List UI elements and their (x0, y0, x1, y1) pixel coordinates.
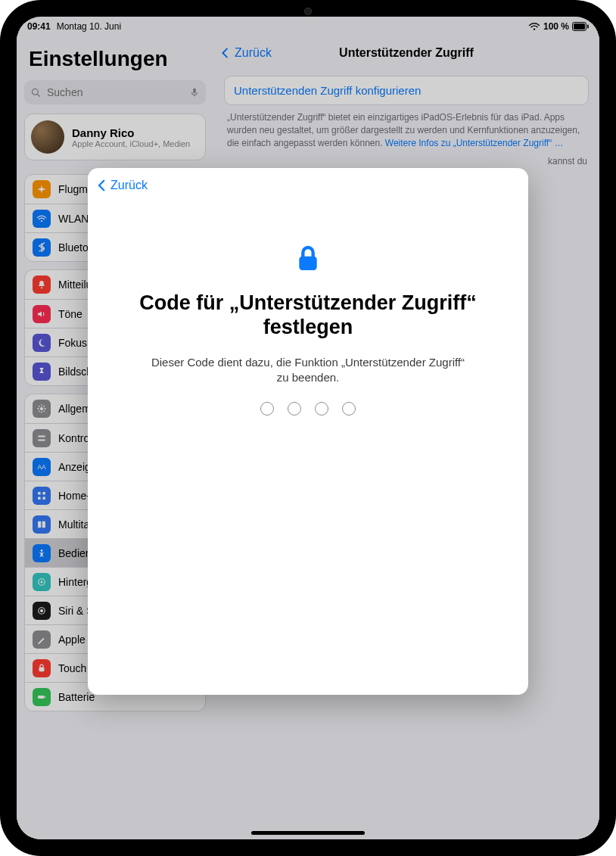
modal-back-button[interactable]: Zurück (95, 179, 148, 192)
passcode-dots (260, 402, 356, 416)
passcode-dot (288, 402, 301, 416)
home-indicator[interactable] (251, 831, 365, 835)
passcode-dot (260, 402, 274, 416)
modal-subtitle: Dieser Code dient dazu, die Funktion „Un… (149, 355, 467, 386)
lock-icon (293, 244, 323, 277)
chevron-left-icon (95, 179, 109, 192)
passcode-dot (342, 402, 356, 416)
modal-title: Code für „Unterstützender Zugriff“ festl… (115, 291, 501, 340)
passcode-dot (315, 402, 328, 416)
passcode-modal: Zurück Code für „Unterstützender Zugriff… (88, 168, 528, 695)
